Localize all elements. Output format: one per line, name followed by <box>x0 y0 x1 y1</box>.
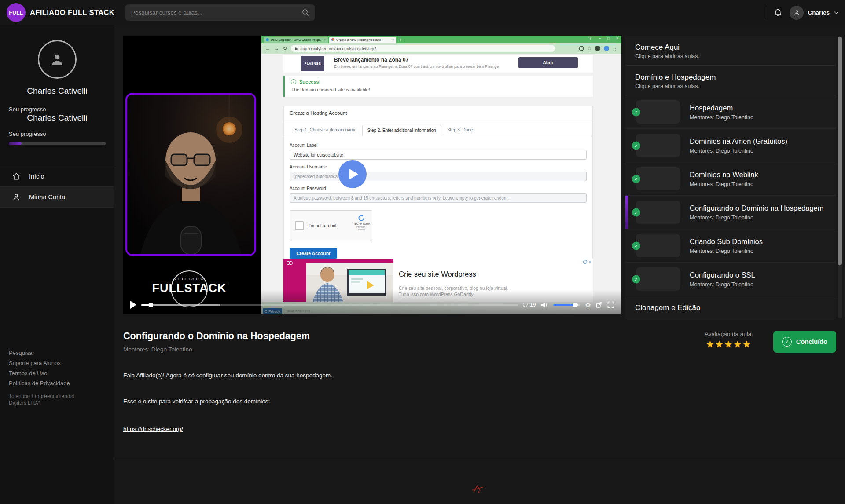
tab-close-icon: × <box>392 38 394 41</box>
sidebar-item-minha-conta[interactable]: Minha Conta <box>0 187 114 208</box>
sidebar-item-inicio[interactable]: Início <box>0 166 114 187</box>
reload-icon: ↻ <box>283 46 287 51</box>
star-icon[interactable]: ★ <box>742 339 752 349</box>
video-controls: 07:19 ⚙ <box>123 298 621 314</box>
window-menu-icon: ∨ <box>589 36 592 40</box>
search-input[interactable] <box>125 4 315 21</box>
playlist-lesson-item[interactable]: ✓ Configurando o SSL Mentores: Diego Tol… <box>625 263 836 296</box>
profile-avatar[interactable] <box>38 40 77 79</box>
playlist-scrollbar[interactable] <box>838 36 842 318</box>
user-menu[interactable]: Charles <box>790 6 839 20</box>
lesson-thumbnail: ✓ <box>636 201 680 224</box>
completed-button[interactable]: ✓ Concluído <box>773 331 836 353</box>
recaptcha-brand: reCAPTCHA Privacy - Terms <box>354 215 369 231</box>
lesson-list: ✓ Hospedagem Mentores: Diego Tolentino ✓… <box>625 95 836 296</box>
sidebar-footer-link[interactable]: Termos de Uso <box>9 368 106 378</box>
create-account-button: Create Account <box>290 248 337 259</box>
playlist-lesson-item[interactable]: ✓ Criando Sub Domínios Mentores: Diego T… <box>625 229 836 263</box>
account-username-input: (generated automatically) <box>290 172 587 181</box>
playlist-lesson-item[interactable]: ✓ Domínios na Weblink Mentores: Diego To… <box>625 162 836 196</box>
footer-logo-mark <box>472 484 484 493</box>
play-button[interactable] <box>130 301 136 309</box>
lesson-thumbnail: ✓ <box>636 234 680 257</box>
top-bar: FULL AFILIADO FULL STACK Charles <box>0 0 845 25</box>
star-icon[interactable]: ★ <box>724 339 734 349</box>
side-panel-icon <box>595 46 600 51</box>
lesson-item-title: Configurando o SSL <box>690 271 755 279</box>
settings-gear-icon[interactable]: ⚙ <box>585 302 591 308</box>
recaptcha-widget: I'm not a robot reCAPTCHA Privacy - Term… <box>290 210 372 241</box>
volume-icon[interactable] <box>541 302 548 308</box>
notifications-bell-icon[interactable] <box>773 8 783 17</box>
section-clonagem-edicao[interactable]: Clonagem e Edição <box>625 296 836 318</box>
window-close-icon: × <box>616 36 618 40</box>
section-dominio-hospedagem[interactable]: Domínio e Hospedagem Clique para abrir a… <box>625 66 836 95</box>
lesson-item-mentors: Mentores: Diego Tolentino <box>690 281 755 288</box>
infinityfree-favicon <box>331 38 334 41</box>
playlist-scrollbar-thumb[interactable] <box>838 37 842 265</box>
section-title: Comece Aqui <box>635 43 829 52</box>
field-label: Account Password <box>290 186 587 191</box>
big-play-button[interactable] <box>338 160 367 188</box>
recaptcha-label: I'm not a robot <box>309 223 337 228</box>
window-minimize-icon: – <box>599 36 601 40</box>
thumbnail-image <box>636 267 680 291</box>
window-maximize-icon: □ <box>607 36 610 40</box>
lesson-info: Configurando o Domínio na Hospedagem Men… <box>123 329 555 433</box>
left-sidebar: Charles Cativelli Seu progresso Charles … <box>0 25 114 504</box>
volume-fill <box>553 304 576 306</box>
seek-bar[interactable] <box>141 304 518 306</box>
dnschecker-link[interactable]: https://dnschecker.org/ <box>123 426 183 432</box>
playlist-lesson-item[interactable]: ✓ Hospedagem Mentores: Diego Tolentino <box>625 95 836 129</box>
playlist-lesson-item[interactable]: ✓ Configurando o Domínio na Hospedagem M… <box>625 196 836 229</box>
success-check-icon: ✓ <box>291 79 296 84</box>
volume-handle[interactable] <box>573 303 578 307</box>
lesson-item-mentors: Mentores: Diego Tolentino <box>690 114 753 121</box>
url-text: app.infinityfree.net/accounts/create/ste… <box>300 46 376 51</box>
sidebar-footer-link[interactable]: Pesquisar <box>9 348 106 358</box>
completed-check-icon: ✓ <box>632 141 640 150</box>
brand-logo[interactable]: FULL <box>7 3 26 22</box>
home-icon <box>12 172 21 181</box>
section-title: Domínio e Hospedagem <box>635 73 829 82</box>
star-rating[interactable]: ★★★★★ <box>702 339 756 350</box>
playlist-lesson-item[interactable]: ✓ Domínios na Amen (Gratuitos) Mentores:… <box>625 129 836 162</box>
seek-handle[interactable] <box>148 303 153 307</box>
field-label: Account Username <box>290 164 587 169</box>
completed-check-icon: ✓ <box>632 208 640 216</box>
account-icon <box>12 193 21 201</box>
sidebar-nav: Início Minha Conta <box>0 166 114 208</box>
fullscreen-icon[interactable] <box>607 301 614 308</box>
video-player[interactable]: DNS Checker - DNS Check Propa × Create a… <box>123 36 621 314</box>
sidebar-footer-link[interactable]: Suporte para Alunos <box>9 358 106 368</box>
course-playlist: Comece Aqui Clique para abrir as aulas. … <box>625 36 836 318</box>
progress-bar <box>9 142 106 145</box>
browser-toolbar: ← → ↻ app.infinityfree.net/accounts/crea… <box>261 43 621 54</box>
sidebar-footer-link[interactable]: Políticas de Privacidade <box>9 378 106 388</box>
content-divider <box>114 459 845 459</box>
volume-slider[interactable] <box>553 304 580 306</box>
lesson-item-title: Domínios na Weblink <box>690 171 758 179</box>
section-title: Clonagem e Edição <box>635 303 829 312</box>
browser-tab: DNS Checker - DNS Check Propa × <box>264 37 328 43</box>
alert-title: Success! <box>299 79 320 84</box>
wizard-step: Step 1. Choose a domain name <box>290 125 361 136</box>
thumbnail-image <box>636 167 680 190</box>
notification-banner: PLAENGE Breve lançamento na Zona 07 Em b… <box>283 55 593 73</box>
progress-label: Seu progresso <box>9 106 114 113</box>
profile-name-repeat: Charles Cativelli <box>0 113 114 123</box>
browser-tab-active: Create a new Hosting Account - × <box>329 37 396 43</box>
lesson-thumbnail: ✓ <box>636 100 680 124</box>
ad-controls: i × <box>583 260 591 264</box>
star-icon[interactable]: ★ <box>733 339 742 349</box>
popout-icon[interactable] <box>596 302 603 308</box>
section-comece-aqui[interactable]: Comece Aqui Clique para abrir as aulas. <box>625 36 836 66</box>
lesson-mentors: Mentores: Diego Tolentino <box>123 346 555 353</box>
star-icon[interactable]: ★ <box>715 339 724 349</box>
forward-icon: → <box>274 46 279 51</box>
alert-message: The domain cursoead.site is available! <box>291 87 588 92</box>
star-icon[interactable]: ★ <box>706 339 715 349</box>
search-icon[interactable] <box>302 9 309 16</box>
user-avatar <box>790 6 804 20</box>
sidebar-footer-links: Pesquisar Suporte para Alunos Termos de … <box>9 348 106 406</box>
